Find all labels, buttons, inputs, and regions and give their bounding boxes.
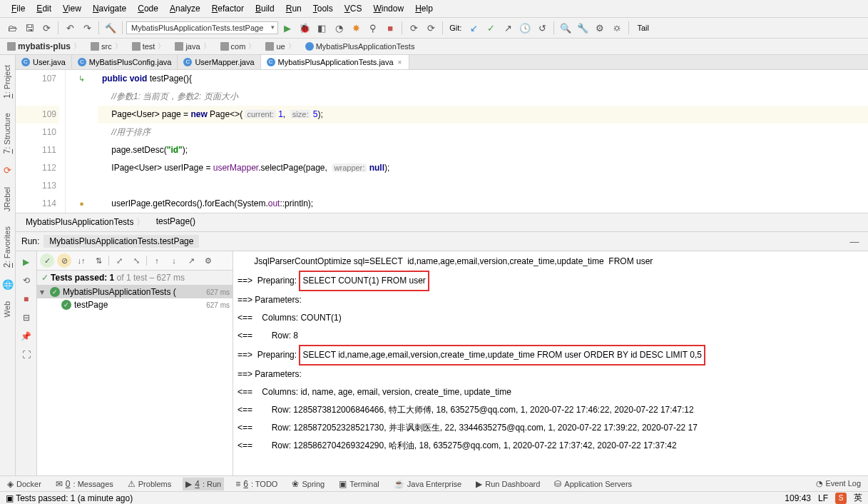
menu-navigate[interactable]: Navigate	[87, 1, 132, 16]
profile-icon[interactable]: ◔	[331, 20, 347, 36]
pin-icon[interactable]: 📌	[19, 328, 34, 344]
test-node[interactable]: ✓testPage627 ms	[37, 298, 233, 311]
bottom-tab----run[interactable]: ▶4: Run	[183, 478, 224, 490]
hotspot-icon[interactable]: ✸	[348, 20, 364, 36]
layout-icon[interactable]: ⛶	[19, 347, 34, 363]
vcs-commit-icon[interactable]: ✓	[483, 20, 499, 36]
gear-icon[interactable]: ⚙	[201, 253, 215, 268]
save-icon[interactable]: 🖫	[21, 20, 37, 36]
menu-tools[interactable]: Tools	[307, 1, 339, 16]
console-output[interactable]: JsqlParserCountOptimize sql=SELECT id,na…	[233, 251, 868, 477]
code-area[interactable]: public void testPage(){ //参数1: 当前页，参数2: …	[98, 70, 868, 213]
build-icon[interactable]: 🔨	[103, 20, 118, 36]
search-icon[interactable]: 🔍	[558, 20, 573, 36]
menu-refactor[interactable]: Refactor	[206, 1, 250, 16]
menu-analyze[interactable]: Analyze	[164, 1, 206, 16]
wrench-icon[interactable]: 🔧	[575, 20, 591, 36]
menu-build[interactable]: Build	[250, 1, 280, 16]
event-log-tab[interactable]: ◔ Event Log	[813, 478, 864, 490]
show-ignored-icon[interactable]: ⊘	[57, 253, 71, 268]
vcs-update-icon[interactable]: ↙	[466, 20, 481, 36]
ime-label[interactable]: 英	[854, 492, 862, 504]
menu-view[interactable]: View	[57, 1, 87, 16]
line-gutter: 107109110111112113114	[16, 70, 66, 213]
breadcrumb-test[interactable]: test	[129, 40, 171, 53]
jrebel-icon[interactable]: ⟳	[406, 20, 422, 36]
project-tab[interactable]: 1: Project	[1, 62, 15, 101]
code-editor[interactable]: 107109110111112113114 ↳● public void tes…	[16, 70, 868, 213]
open-icon[interactable]: 🗁	[4, 20, 20, 36]
caret-position: 109:43	[785, 493, 811, 503]
vcs-history-icon[interactable]: 🕓	[517, 20, 533, 36]
show-passed-icon[interactable]: ✓	[40, 253, 54, 268]
menu-edit[interactable]: Edit	[31, 1, 57, 16]
menu-file[interactable]: File	[6, 1, 31, 16]
tab-usermapper-java[interactable]: CUserMapper.java	[178, 55, 260, 69]
coverage-icon[interactable]: ◧	[314, 20, 330, 36]
hide-icon[interactable]: —	[847, 233, 862, 249]
stop-icon[interactable]: ■	[382, 20, 398, 36]
rest-icon[interactable]: ⛭	[609, 20, 625, 36]
run-config-selector[interactable]: MybatisPlusApplicationTests.testPage	[126, 21, 278, 34]
expand-icon[interactable]: ⤢	[112, 253, 126, 268]
export-icon[interactable]: ↗	[184, 253, 198, 268]
bottom-tab-run-dashboard[interactable]: ▶Run Dashboard	[473, 478, 543, 490]
breadcrumb-com[interactable]: com	[218, 40, 262, 53]
bottom-tab----messages[interactable]: ✉0: Messages	[53, 478, 116, 490]
structure-tab[interactable]: 7: Structure	[1, 110, 15, 156]
tab-icon: ▣	[339, 479, 347, 489]
sort-icon[interactable]: ↓↑	[74, 253, 88, 268]
web-tab[interactable]: Web	[1, 298, 14, 320]
bottom-tab-docker[interactable]: ◈Docker	[4, 478, 44, 490]
jrebel-debug-icon[interactable]: ⟳	[423, 20, 439, 36]
web-tab-icon[interactable]: 🌐	[2, 279, 14, 290]
tail-label[interactable]: Tail	[633, 24, 653, 32]
attach-icon[interactable]: ⚲	[365, 20, 381, 36]
breadcrumb-java[interactable]: java	[172, 40, 215, 53]
dump-icon[interactable]: ⊟	[19, 310, 34, 326]
jrebel-tab-icon[interactable]: ⟳	[4, 165, 11, 176]
bottom-tab-terminal[interactable]: ▣Terminal	[336, 478, 382, 490]
breadcrumb-mybatis-plus[interactable]: mybatis-plus	[4, 40, 86, 53]
collapse-icon[interactable]: ⤡	[129, 253, 143, 268]
undo-icon[interactable]: ↶	[62, 20, 78, 36]
crumb-item[interactable]: MybatisPlusApplicationTests	[21, 215, 149, 230]
ime-badge[interactable]: S	[835, 493, 847, 504]
menu-code[interactable]: Code	[132, 1, 164, 16]
redo-icon[interactable]: ↷	[79, 20, 95, 36]
menu-vcs[interactable]: VCS	[339, 1, 368, 16]
tab-user-java[interactable]: CUser.java	[16, 55, 72, 69]
bottom-tab-spring[interactable]: ❀Spring	[289, 478, 327, 490]
favorites-tab[interactable]: 2: Favorites	[1, 223, 15, 271]
sort-alpha-icon[interactable]: ⇅	[91, 253, 106, 268]
jrebel-tab[interactable]: JRebel	[1, 184, 14, 214]
tab-icon: ▶	[185, 479, 192, 489]
next-icon[interactable]: ↓	[167, 253, 181, 268]
vcs-rollback-icon[interactable]: ↺	[534, 20, 550, 36]
bottom-tab-application-servers[interactable]: ⛁Application Servers	[551, 478, 635, 490]
rerun-icon[interactable]: ▶	[19, 254, 34, 270]
close-icon[interactable]: ×	[397, 59, 404, 66]
vcs-push-icon[interactable]: ↗	[500, 20, 516, 36]
refresh-icon[interactable]: ⟳	[39, 20, 54, 36]
toggle-auto-icon[interactable]: ⟲	[19, 273, 34, 288]
breadcrumb-ue[interactable]: ue	[262, 40, 300, 53]
stop-run-icon[interactable]: ■	[19, 291, 34, 307]
bottom-tab-java-enterprise[interactable]: ☕Java Enterprise	[391, 478, 464, 490]
crumb-item[interactable]: testPage()	[152, 215, 200, 230]
settings-icon[interactable]: ⚙	[592, 20, 608, 36]
tab-mybatisplusconfig-java[interactable]: CMyBatisPlusConfig.java	[72, 55, 178, 69]
run-tab[interactable]: MybatisPlusApplicationTests.testPage	[44, 235, 199, 248]
breadcrumb-mybatisplusapplicationtests[interactable]: MybatisPlusApplicationTests	[302, 41, 424, 52]
breadcrumb-src[interactable]: src	[88, 40, 128, 53]
menu-help[interactable]: Help	[409, 1, 439, 16]
menu-window[interactable]: Window	[367, 1, 409, 16]
run-icon[interactable]: ▶	[280, 20, 295, 36]
bottom-tab-problems[interactable]: ⚠Problems	[125, 478, 174, 490]
bottom-tab----todo[interactable]: ≡6: TODO	[233, 478, 280, 490]
prev-icon[interactable]: ↑	[150, 253, 164, 268]
test-node[interactable]: ▾✓MybatisPlusApplicationTests (627 ms	[37, 286, 233, 298]
tab-mybatisplusapplicationtests-java[interactable]: CMybatisPlusApplicationTests.java ×	[261, 55, 410, 69]
debug-icon[interactable]: 🐞	[297, 20, 312, 36]
menu-run[interactable]: Run	[280, 1, 307, 16]
